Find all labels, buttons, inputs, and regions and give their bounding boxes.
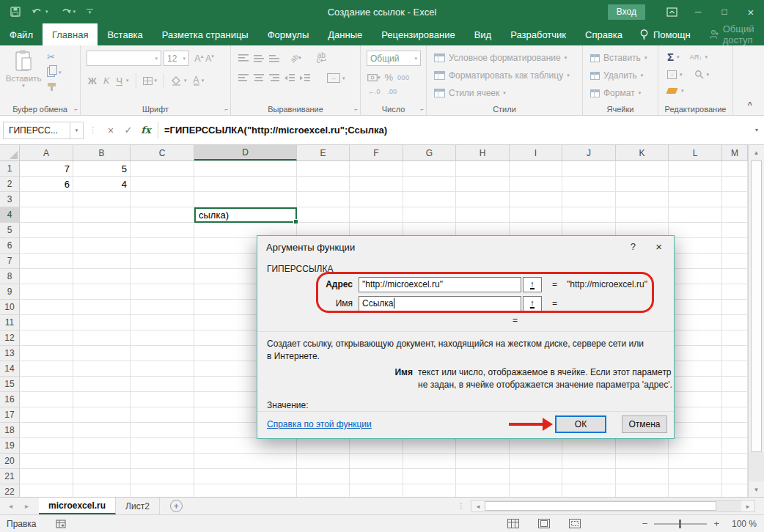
cell-H4[interactable]: [456, 207, 510, 223]
cell-B18[interactable]: [73, 423, 131, 438]
clipboard-dialog-launcher-icon[interactable]: ⌐: [74, 106, 78, 113]
tab-view[interactable]: Вид: [465, 23, 502, 45]
cell-M10[interactable]: [722, 300, 748, 315]
cell-E21[interactable]: [297, 469, 350, 484]
cell-A9[interactable]: [20, 284, 73, 300]
column-header-L[interactable]: L: [669, 145, 722, 160]
next-sheet-icon[interactable]: ▸: [25, 502, 29, 510]
cell-K22[interactable]: [616, 484, 669, 497]
cut-icon[interactable]: ✂: [47, 51, 55, 62]
prev-sheet-icon[interactable]: ◂: [9, 502, 12, 510]
scroll-right-icon[interactable]: ▸: [741, 500, 754, 511]
cell-B6[interactable]: [73, 238, 131, 254]
cell-C22[interactable]: [131, 484, 194, 497]
cell-C6[interactable]: [131, 238, 194, 254]
cell-M12[interactable]: [722, 330, 748, 346]
column-header-F[interactable]: F: [350, 145, 403, 160]
cell-C15[interactable]: [131, 377, 194, 392]
row-header-14[interactable]: 14: [0, 361, 20, 377]
borders-icon[interactable]: ▾: [143, 77, 158, 85]
font-color-icon[interactable]: А ▾: [194, 76, 205, 86]
cell-K3[interactable]: [616, 192, 669, 207]
cell-A18[interactable]: [20, 423, 73, 438]
increase-font-icon[interactable]: A▴: [194, 53, 203, 64]
cell-C17[interactable]: [131, 407, 194, 423]
cell-L3[interactable]: [669, 192, 722, 207]
cell-F1[interactable]: [350, 161, 403, 177]
cell-L16[interactable]: [669, 392, 722, 407]
cell-B17[interactable]: [73, 407, 131, 423]
cell-C3[interactable]: [131, 192, 194, 207]
zoom-out-icon[interactable]: −: [642, 518, 648, 529]
cell-M21[interactable]: [722, 469, 748, 484]
cell-L14[interactable]: [669, 361, 722, 377]
cell-G2[interactable]: [403, 177, 456, 192]
tab-file[interactable]: Файл: [0, 23, 43, 45]
fill-color-icon[interactable]: ▾: [171, 76, 187, 86]
cancel-button[interactable]: Отмена: [622, 415, 667, 433]
cell-K21[interactable]: [616, 469, 669, 484]
cell-A3[interactable]: [20, 192, 73, 207]
cell-B4[interactable]: [73, 207, 131, 223]
cell-M7[interactable]: [722, 254, 748, 269]
cell-J19[interactable]: [562, 438, 616, 454]
cell-H19[interactable]: [456, 438, 510, 454]
tab-review[interactable]: Рецензирование: [372, 23, 464, 45]
cell-J22[interactable]: [562, 484, 616, 497]
cell-F2[interactable]: [350, 177, 403, 192]
cell-C8[interactable]: [131, 269, 194, 284]
row-header-19[interactable]: 19: [0, 438, 20, 454]
cell-M1[interactable]: [722, 161, 748, 177]
number-dialog-launcher-icon[interactable]: ⌐: [420, 106, 424, 113]
customize-qat-icon[interactable]: ▾: [87, 9, 93, 15]
cell-M18[interactable]: [722, 423, 748, 438]
tab-formulas[interactable]: Формулы: [258, 23, 319, 45]
cell-F20[interactable]: [350, 454, 403, 469]
redo-icon[interactable]: ▾: [59, 7, 76, 17]
zoom-in-icon[interactable]: +: [713, 518, 719, 529]
number-format-select[interactable]: Общий▾: [367, 51, 421, 66]
column-header-M[interactable]: M: [722, 145, 748, 160]
cell-B20[interactable]: [73, 454, 131, 469]
cell-B1[interactable]: 5: [73, 161, 131, 177]
row-header-10[interactable]: 10: [0, 300, 20, 315]
cell-A20[interactable]: [20, 454, 73, 469]
cell-I2[interactable]: [510, 177, 562, 192]
macro-record-icon[interactable]: [56, 520, 66, 528]
select-all-corner[interactable]: [0, 145, 20, 160]
cell-M2[interactable]: [722, 177, 748, 192]
vertical-scroll-thumb[interactable]: [751, 160, 762, 452]
cell-D1[interactable]: [194, 161, 297, 177]
font-size-select[interactable]: 12▾: [164, 51, 189, 66]
column-header-G[interactable]: G: [403, 145, 456, 160]
cell-B7[interactable]: [73, 254, 131, 269]
zoom-level[interactable]: 100 %: [726, 519, 757, 529]
cell-G22[interactable]: [403, 484, 456, 497]
column-header-C[interactable]: C: [131, 145, 194, 160]
collapse-ribbon-icon[interactable]: ^: [748, 100, 752, 109]
cell-M11[interactable]: [722, 315, 748, 330]
sheet-tab-microexcel[interactable]: microexcel.ru: [39, 498, 116, 514]
cell-A11[interactable]: [20, 315, 73, 330]
cell-G1[interactable]: [403, 161, 456, 177]
cell-C14[interactable]: [131, 361, 194, 377]
percent-icon[interactable]: %: [385, 72, 394, 83]
decrease-font-icon[interactable]: A▾: [205, 53, 214, 64]
zoom-slider[interactable]: [654, 523, 707, 525]
cell-J20[interactable]: [562, 454, 616, 469]
font-name-select[interactable]: ▾: [87, 51, 161, 66]
column-header-E[interactable]: E: [297, 145, 350, 160]
increase-decimal-icon[interactable]: ←.0: [368, 88, 381, 95]
cell-F22[interactable]: [350, 484, 403, 497]
insert-cells-button[interactable]: Вставить▾: [590, 53, 647, 63]
cell-A2[interactable]: 6: [20, 177, 73, 192]
wrap-text-icon[interactable]: abc↩: [317, 53, 326, 63]
cell-D22[interactable]: [194, 484, 297, 497]
cell-C10[interactable]: [131, 300, 194, 315]
cell-B21[interactable]: [73, 469, 131, 484]
cell-B16[interactable]: [73, 392, 131, 407]
cell-M16[interactable]: [722, 392, 748, 407]
cell-A13[interactable]: [20, 346, 73, 361]
row-header-18[interactable]: 18: [0, 423, 20, 438]
cell-C11[interactable]: [131, 315, 194, 330]
